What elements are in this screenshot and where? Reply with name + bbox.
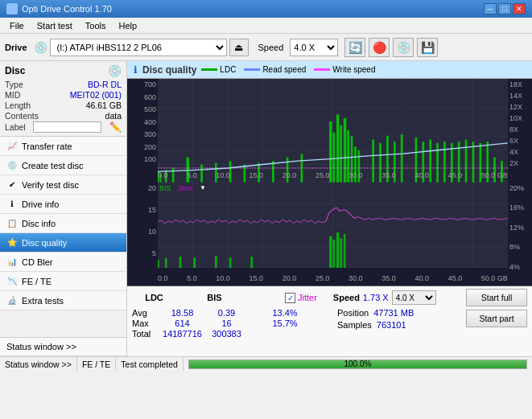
mid-value: MEIT02 (001) — [70, 90, 122, 100]
sidebar-item-extra-tests[interactable]: 🔬 Extra tests — [0, 291, 126, 310]
minimize-button[interactable]: ─ — [484, 3, 497, 14]
refresh-button[interactable]: 🔄 — [344, 38, 365, 57]
nav-label: CD Bler — [22, 257, 53, 267]
stats-table: Avg 18.58 0.39 13.4% Max 614 16 15.7% — [132, 308, 313, 339]
app-icon — [6, 3, 18, 14]
statusbar: Status window >> FE / TE Test completed … — [0, 356, 532, 371]
type-value: BD-R DL — [88, 80, 122, 89]
menu-file[interactable]: File — [3, 19, 31, 32]
chart1-x-labels: 0.0 5.0 10.0 15.0 20.0 25.0 30.0 35.0 40… — [158, 168, 508, 183]
disc-panel: Disc 💿 Type BD-R DL MID MEIT02 (001) Len… — [0, 61, 126, 137]
bis-chart-area: BIS Jitter ▼ — [127, 183, 532, 286]
total-bis: 300383 — [204, 329, 249, 339]
sidebar-item-disc-quality[interactable]: ⭐ Disc quality — [0, 233, 126, 253]
avg-label: Avg — [132, 308, 160, 318]
fe-te-icon: 📉 — [6, 276, 18, 287]
chart2-x-labels: 0.0 5.0 10.0 15.0 20.0 25.0 30.0 35.0 40… — [158, 271, 508, 285]
extra-tests-icon: 🔬 — [6, 295, 18, 306]
eject-button[interactable]: ⏏ — [229, 39, 249, 56]
sidebar-item-create-test-disc[interactable]: 💿 Create test disc — [0, 156, 126, 175]
speed-label: Speed — [258, 43, 284, 52]
label-edit-icon[interactable]: ✏️ — [109, 121, 122, 133]
drive-label: Drive — [5, 43, 27, 52]
mid-label: MID — [5, 90, 20, 100]
start-full-button[interactable]: Start full — [466, 289, 527, 306]
bis-chart-svg — [158, 183, 508, 269]
label-input[interactable] — [33, 121, 101, 133]
action-buttons: Start full — [466, 289, 527, 306]
disc2-button[interactable]: 💿 — [393, 38, 414, 57]
svg-rect-85 — [336, 232, 340, 268]
sidebar-item-cd-bler[interactable]: 📊 CD Bler — [0, 253, 126, 272]
dq-title: Disc quality — [142, 64, 196, 76]
disc-quality-icon: ⭐ — [6, 237, 18, 249]
disc-section-label: Disc — [5, 65, 25, 76]
length-label: Length — [5, 101, 31, 110]
chart-legend: LDC Read speed Write speed — [201, 65, 375, 74]
verify-test-disc-icon: ✔ — [6, 179, 18, 191]
menu-start-test[interactable]: Start test — [31, 19, 79, 32]
avg-jitter: 13.4% — [257, 308, 313, 318]
position-value: 47731 MB — [373, 308, 414, 318]
speed-value: 1.73 X — [363, 293, 389, 302]
stats-row-total: Total 14187716 300383 — [132, 329, 313, 339]
ldc-col-header: LDC — [132, 293, 176, 302]
nav-label: FE / TE — [22, 277, 52, 286]
svg-rect-77 — [165, 258, 167, 268]
jitter-checkbox-area: ✓ Jitter — [285, 293, 317, 303]
sidebar-item-transfer-rate[interactable]: 📈 Transfer rate — [0, 137, 126, 156]
dq-icon: ℹ — [134, 64, 138, 76]
avg-bis: 0.39 — [204, 308, 249, 318]
speed-mode-select[interactable]: 4.0 X — [392, 290, 436, 305]
disc-icon: 💿 — [108, 64, 122, 77]
disc-info-icon: 📋 — [6, 218, 18, 229]
app-title: Opti Drive Control 1.70 — [22, 4, 112, 14]
fe-te-section[interactable]: FE / TE — [77, 357, 116, 371]
svg-rect-87 — [344, 233, 346, 268]
position-row: Position 47731 MB — [337, 308, 414, 318]
position-label: Position — [337, 308, 369, 318]
status-window-section[interactable]: Status window >> — [0, 357, 77, 371]
menu-tools[interactable]: Tools — [79, 19, 113, 32]
max-ldc: 614 — [160, 318, 204, 328]
chart2-legend: BIS Jitter ▼ — [159, 184, 206, 192]
stats-data-rows: Avg 18.58 0.39 13.4% Max 614 16 15.7% — [132, 308, 527, 339]
speed-area: Speed 1.73 X 4.0 X — [333, 290, 436, 305]
sidebar-item-fe-te[interactable]: 📉 FE / TE — [0, 272, 126, 291]
start-part-button[interactable]: Start part — [466, 310, 527, 327]
total-label: Total — [132, 329, 160, 339]
ldc-legend-label: LDC — [220, 65, 236, 74]
contents-value: data — [105, 111, 122, 121]
close-button[interactable]: ✕ — [513, 3, 526, 14]
sidebar-item-verify-test-disc[interactable]: ✔ Verify test disc — [0, 175, 126, 195]
sidebar-item-disc-info[interactable]: 📋 Disc info — [0, 214, 126, 233]
stats-area: LDC BIS ✓ Jitter Speed 1.73 X 4.0 X — [127, 285, 532, 356]
burn-button[interactable]: 🔴 — [369, 38, 390, 57]
svg-rect-80 — [215, 256, 217, 268]
svg-rect-81 — [229, 257, 232, 268]
drive-select[interactable]: (I:) ATAPI iHBS112 2 PL06 — [50, 39, 227, 56]
maximize-button[interactable]: □ — [498, 3, 511, 14]
save-button[interactable]: 💾 — [417, 38, 438, 57]
chart1-y-left: 700 600 500 400 300 200 100 — [127, 79, 158, 168]
jitter-legend: Jitter — [178, 184, 194, 192]
max-label: Max — [132, 318, 160, 328]
sidebar-item-drive-info[interactable]: ℹ Drive info — [0, 195, 126, 214]
svg-rect-79 — [193, 257, 196, 268]
jitter-col-header: Jitter — [298, 293, 317, 302]
jitter-checkbox[interactable]: ✓ — [285, 293, 295, 303]
position-samples: Position 47731 MB Samples 763101 — [337, 308, 414, 339]
label-label: Label — [5, 122, 26, 132]
status-window-label: Status window >> — [6, 342, 76, 351]
speed-select[interactable]: 4.0 X — [290, 39, 338, 56]
chart2-y-left: 20 15 10 5 — [127, 183, 158, 272]
menu-help[interactable]: Help — [112, 19, 143, 32]
titlebar: Opti Drive Control 1.70 ─ □ ✕ — [0, 0, 532, 18]
cd-bler-icon: 📊 — [6, 257, 18, 268]
menubar: File Start test Tools Help — [0, 18, 532, 34]
write-speed-legend-label: Write speed — [332, 65, 375, 74]
ldc-chart-svg — [158, 79, 508, 183]
status-window-button[interactable]: Status window >> — [0, 337, 126, 356]
type-label: Type — [5, 80, 23, 89]
contents-label: Contents — [5, 111, 39, 121]
